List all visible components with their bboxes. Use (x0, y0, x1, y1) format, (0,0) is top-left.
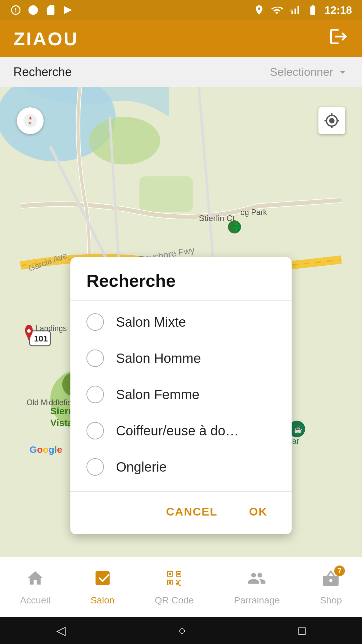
back-button[interactable]: ◁ (56, 624, 66, 638)
home-button[interactable]: ○ (178, 624, 186, 638)
option-label-coiffeur: Coiffeur/euse à do… (116, 423, 239, 438)
my-location-icon (324, 113, 340, 129)
compass-icon (22, 113, 38, 129)
dialog-divider (70, 490, 292, 490)
location-icon (253, 4, 265, 16)
location-button[interactable] (318, 107, 345, 134)
qrcode-icon (165, 569, 184, 592)
salon-icon (93, 569, 112, 592)
option-label-salon-mixte: Salon Mixte (116, 315, 186, 330)
svg-point-3 (89, 117, 160, 165)
nav-item-accueil[interactable]: Accueil (20, 569, 50, 606)
option-salon-femme[interactable]: Salon Femme (70, 376, 292, 413)
option-onglerie[interactable]: Onglerie (70, 449, 292, 485)
nav-label-shop: Shop (320, 595, 342, 606)
search-bar: Recherche Selectionner (0, 57, 362, 87)
ok-button[interactable]: OK (238, 500, 278, 524)
option-label-salon-homme: Salon Homme (116, 351, 201, 366)
parrainage-icon (247, 569, 266, 592)
option-salon-mixte[interactable]: Salon Mixte (70, 304, 292, 340)
compass-button[interactable] (17, 107, 44, 134)
dialog-overlay: Recherche Salon Mixte Salon Homme Salon … (0, 174, 362, 557)
nav-label-accueil: Accueil (20, 595, 50, 606)
nav-item-qrcode[interactable]: QR Code (155, 569, 194, 606)
shop-badge: 7 (334, 566, 345, 576)
nav-item-parrainage[interactable]: Parrainage (234, 569, 280, 606)
option-label-onglerie: Onglerie (116, 460, 167, 475)
nav-label-qrcode: QR Code (155, 595, 194, 606)
battery-icon (307, 4, 318, 16)
search-dialog: Recherche Salon Mixte Salon Homme Salon … (70, 257, 292, 534)
nav-item-shop[interactable]: 7 Shop (320, 569, 342, 606)
notification-icon (10, 4, 21, 16)
app-title: ZIAOU (13, 28, 78, 50)
nav-item-salon[interactable]: Salon (90, 569, 115, 606)
chevron-down-icon (337, 66, 349, 78)
sd-card-icon (45, 4, 56, 16)
time-display: 12:18 (324, 4, 352, 16)
logout-icon[interactable] (328, 26, 349, 51)
dialog-title: Recherche (70, 257, 292, 301)
android-nav: ◁ ○ □ (0, 617, 362, 644)
nav-label-parrainage: Parrainage (234, 595, 280, 606)
option-label-salon-femme: Salon Femme (116, 387, 199, 402)
option-coiffeur[interactable]: Coiffeur/euse à do… (70, 413, 292, 449)
status-icons-left (10, 4, 74, 16)
radio-onglerie[interactable] (86, 458, 104, 476)
nav-label-salon: Salon (90, 595, 115, 606)
status-icons-right: 12:18 (253, 4, 352, 16)
svg-point-0 (28, 5, 38, 15)
wifi-icon (271, 4, 283, 16)
signal-icon (289, 4, 301, 16)
select-dropdown[interactable]: Selectionner (270, 65, 349, 78)
play-store-icon (62, 4, 74, 16)
shop-icon: 7 (321, 569, 340, 592)
map-area: Garcia Ave Landings Bayshore Fwy Old Mid… (0, 87, 362, 557)
recent-button[interactable]: □ (298, 624, 306, 638)
bottom-nav: Accueil Salon QR Code Parrainage 7 Shop (0, 557, 362, 617)
coin-icon (27, 4, 39, 16)
select-label: Selectionner (270, 65, 333, 78)
radio-salon-femme[interactable] (86, 386, 104, 403)
cancel-button[interactable]: CANCEL (155, 500, 228, 524)
home-icon (26, 569, 45, 592)
radio-coiffeur[interactable] (86, 422, 104, 439)
radio-salon-homme[interactable] (86, 350, 104, 367)
app-bar: ZIAOU (0, 20, 362, 57)
dialog-options: Salon Mixte Salon Homme Salon Femme Coif… (70, 301, 292, 488)
status-bar: 12:18 (0, 0, 362, 20)
dialog-actions: CANCEL OK (70, 491, 292, 534)
option-salon-homme[interactable]: Salon Homme (70, 340, 292, 376)
search-label: Recherche (13, 65, 72, 79)
radio-salon-mixte[interactable] (86, 313, 104, 331)
